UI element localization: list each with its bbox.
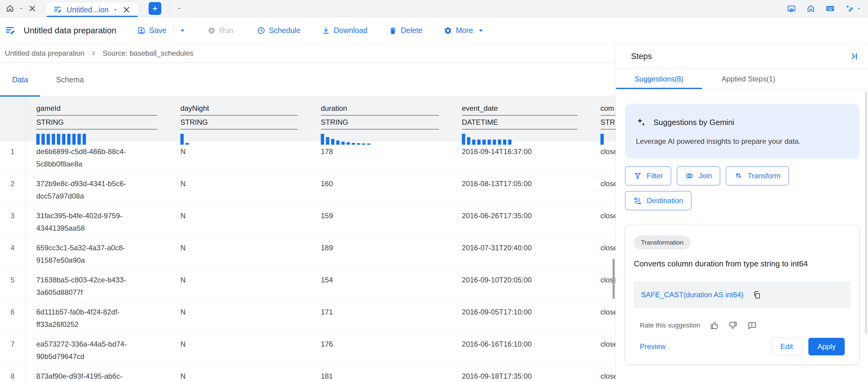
apply-button[interactable]: Apply (808, 338, 845, 355)
delete-button[interactable]: Delete (381, 21, 430, 40)
column-header-gameId[interactable]: gameIdSTRING (25, 97, 169, 141)
save-button[interactable]: Save (130, 21, 174, 40)
breadcrumb-root[interactable]: Untitled data preparation (5, 49, 85, 58)
cell-text: 372b9e8c-d93d-4341-b5c6- (36, 179, 157, 188)
cell-duration[interactable]: 189 (310, 237, 451, 269)
home-tab-caret-icon[interactable] (19, 6, 24, 11)
thumb-down-icon[interactable] (728, 321, 738, 330)
column-name-field[interactable]: com (600, 104, 616, 116)
cell-dayNight[interactable]: N (169, 205, 310, 237)
tab-schema[interactable]: Schema (40, 63, 100, 97)
new-tab-button[interactable]: + (149, 2, 161, 15)
cell-commentary[interactable]: close (590, 269, 616, 301)
tab-suggestions[interactable]: Suggestions(8) (616, 69, 702, 89)
panel-vertical-scrollbar[interactable] (865, 92, 867, 334)
save-menu-caret[interactable] (174, 21, 191, 40)
cell-commentary[interactable]: close (590, 333, 616, 365)
column-type-field[interactable]: STRING (180, 118, 298, 130)
table-corner-cell (0, 97, 25, 141)
cell-commentary[interactable]: close (590, 365, 616, 382)
column-header-duration[interactable]: durationSTRING (310, 97, 451, 141)
cell-commentary[interactable]: close (590, 205, 616, 237)
cell-event_date[interactable]: 2016-09-14T16:37:00 (451, 141, 590, 173)
thumb-up-icon[interactable] (710, 321, 719, 330)
download-button[interactable]: Download (314, 21, 375, 40)
home-tab-close-icon[interactable] (28, 4, 37, 13)
run-button[interactable]: Run (200, 21, 241, 40)
home-tab-icon[interactable] (5, 4, 14, 13)
table-vertical-scrollbar[interactable] (613, 259, 615, 299)
filter-button[interactable]: Filter (625, 166, 671, 186)
gemini-assist-caret-icon[interactable] (857, 6, 861, 11)
cell-duration[interactable]: 178 (310, 141, 451, 173)
cell-dayNight[interactable]: N (169, 365, 310, 382)
cell-duration[interactable]: 154 (310, 269, 451, 301)
cell-gameId[interactable]: 659cc3c1-5a32-4a37-a0c8-91587e50a90a (25, 237, 169, 269)
cell-gameId[interactable]: 6d111b57-fa0b-4f24-82df-ff33a26f0252 (25, 301, 169, 333)
join-button[interactable]: Join (677, 166, 720, 186)
cell-duration[interactable]: 159 (310, 205, 451, 237)
cell-gameId[interactable]: 873af90e-d93f-4195-ab6c-8855abd81570 (25, 365, 169, 382)
column-name-field[interactable]: duration (321, 104, 439, 116)
tab-caret-icon[interactable] (113, 7, 118, 12)
tab-applied-steps[interactable]: Applied Steps(1) (702, 69, 795, 89)
column-type-field[interactable]: STRING (36, 118, 157, 130)
more-button[interactable]: More (436, 21, 492, 40)
cell-gameId[interactable]: 372b9e8c-d93d-4341-b5c6-dcc57a97d08a (25, 173, 169, 205)
column-type-field[interactable]: STRING (321, 118, 439, 130)
column-name-field[interactable]: gameId (36, 104, 157, 116)
cell-dayNight[interactable]: N (169, 333, 310, 365)
cell-commentary[interactable]: close (590, 173, 616, 205)
cell-event_date[interactable]: 2016-09-18T17:35:00 (451, 365, 590, 382)
breadcrumb-source[interactable]: Source: baseball_schedules (102, 49, 193, 58)
row-number: 3 (0, 205, 25, 237)
tab-close-icon[interactable] (122, 5, 131, 14)
tab-data[interactable]: Data (0, 63, 40, 97)
cell-commentary[interactable]: close (590, 237, 616, 269)
column-name-field[interactable]: event_date (462, 104, 578, 116)
feedback-icon[interactable] (747, 321, 756, 330)
collapse-panel-icon[interactable] (849, 52, 859, 61)
preview-button[interactable]: Preview (640, 342, 665, 351)
cell-event_date[interactable]: 2016-07-31T20:40:00 (451, 237, 590, 269)
cell-commentary[interactable]: close (590, 301, 616, 333)
cell-dayNight[interactable]: N (169, 237, 310, 269)
cell-duration[interactable]: 160 (310, 173, 451, 205)
column-header-event_date[interactable]: event_dateDATETIME (451, 97, 590, 141)
cell-gameId[interactable]: ea573272-336a-44a5-bd74-90b5d79647cd (25, 333, 169, 365)
cell-duration[interactable]: 171 (310, 301, 451, 333)
schedule-button[interactable]: Schedule (250, 21, 308, 40)
cell-event_date[interactable]: 2016-08-13T17:05:00 (451, 173, 590, 205)
cell-duration[interactable]: 176 (310, 333, 451, 365)
column-header-com[interactable]: comSTRI (590, 97, 616, 141)
column-type-field[interactable]: DATETIME (462, 118, 578, 130)
transform-icon (734, 171, 743, 180)
cell-event_date[interactable]: 2016-06-16T16:10:00 (451, 333, 590, 365)
column-type-field[interactable]: STRI (600, 118, 616, 130)
cell-commentary[interactable]: close (590, 141, 616, 173)
destination-button[interactable]: Destination (625, 191, 691, 211)
column-header-dayNight[interactable]: dayNightSTRING (169, 97, 310, 141)
tab-untitled-data-preparation[interactable]: Untitled...ion (46, 2, 138, 17)
cell-gameId[interactable]: de6b6899-c5d8-466b-88c4-5c8bb0f8ae8a (25, 141, 169, 173)
cell-event_date[interactable]: 2016-09-10T20:05:00 (451, 269, 590, 301)
suggestion-code[interactable]: SAFE_CAST(duration AS int64) (641, 291, 744, 299)
edit-button[interactable]: Edit (771, 338, 802, 355)
home-icon[interactable] (806, 4, 815, 13)
cell-gameId[interactable]: 71638ba5-c803-42ce-b433-3a605d88077f (25, 269, 169, 301)
cell-dayNight[interactable]: N (169, 141, 310, 173)
cell-dayNight[interactable]: N (169, 269, 310, 301)
column-name-field[interactable]: dayNight (180, 104, 298, 116)
tab-overflow-caret-icon[interactable] (177, 6, 182, 11)
cell-duration[interactable]: 181 (310, 365, 451, 382)
keyboard-shortcuts-icon[interactable] (826, 4, 835, 13)
cell-event_date[interactable]: 2016-06-26T17:35:00 (451, 205, 590, 237)
transform-button[interactable]: Transform (726, 166, 789, 186)
cell-dayNight[interactable]: N (169, 173, 310, 205)
gemini-assist-icon[interactable] (845, 4, 854, 13)
cell-gameId[interactable]: 31fac395-b4fe-402d-9759-43441395aa58 (25, 205, 169, 237)
cell-dayNight[interactable]: N (169, 301, 310, 333)
copy-icon[interactable] (753, 291, 761, 299)
session-history-icon[interactable] (787, 4, 796, 13)
cell-event_date[interactable]: 2016-09-05T17:10:00 (451, 301, 590, 333)
